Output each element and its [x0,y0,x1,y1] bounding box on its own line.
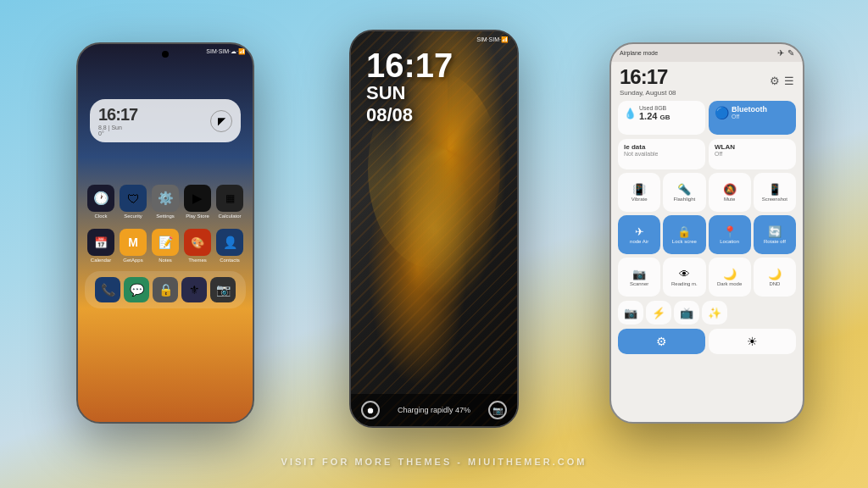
bottom-extra-row: 📷 ⚡ 📺 ✨ [611,299,803,326]
ctrl-tiles-row2: le data Not available WLAN Off [611,137,803,171]
watermark: VISIT FOR MORE THEMES - MIUITHEMER.COM [281,457,587,467]
phone-right: Airplane mode ✈ ✎ 16:17 Sunday, August 0… [609,42,804,424]
app-notes[interactable]: 📝 Notes [152,229,179,263]
dock-app[interactable]: ⚜ [181,277,207,302]
clock-temp: 0° [98,130,137,136]
app-themes[interactable]: 🎨 Themes [184,229,211,263]
bluetooth-tile[interactable]: 🔵 Bluetooth Off [709,101,796,135]
menu-icon[interactable]: ☰ [784,75,794,87]
mid-status-bar: SIM·SIM·📶 [351,31,517,48]
extra-btn2[interactable]: ⚡ [646,301,671,324]
right-date: Sunday, August 08 [620,89,676,97]
mid-clock: 16:17 SUN 08/08 [366,48,453,127]
camera-btn[interactable]: 📷 [488,401,507,419]
dock: 📞 💬 🔒 ⚜ 📷 [85,271,246,308]
app-calendar[interactable]: 📅 Calendar [87,229,114,263]
right-time-row: 16:17 Sunday, August 08 ⚙ ☰ [611,62,803,98]
clock-time: 16:17 [98,105,137,125]
compass-icon: ◤ [210,110,232,132]
right-status-icons: ✈ ✎ [777,48,794,58]
active-row: ✈ node Air 🔒 Lock scree 📍 Location 🔄 Rot… [611,214,803,256]
extra-btn3[interactable]: 📺 [674,301,699,324]
charging-text: Charging rapidly 47% [398,406,470,414]
app-clock[interactable]: 🕐 Clock [87,185,114,219]
app-playstore[interactable]: ▶ Play Store [184,185,211,219]
lockscreen-btn[interactable]: 🔒 Lock scree [663,215,705,254]
dock-camera[interactable]: 📷 [210,277,236,302]
mute-btn[interactable]: 🔕 Mute [709,173,751,212]
clock-date: 8.8 | Sun [98,125,137,130]
location-btn[interactable]: 📍 Location [709,215,751,254]
mid-time: 16:17 [366,48,453,82]
app-security[interactable]: 🛡 Security [120,185,147,219]
dnd-btn[interactable]: 🌙 DND [754,258,796,297]
punch-hole [162,51,169,58]
mid-date: 08/08 [366,104,453,126]
phone-mid: SIM·SIM·📶 16:17 SUN 08/08 ⏺ Charging rap… [349,30,519,428]
right-status-bar: Airplane mode ✈ ✎ [611,44,803,62]
brightness-btn[interactable]: ☀ [709,329,796,354]
row3-btns: 📷 Scanner 👁 Reading m. 🌙 Dark mode 🌙 DND [611,256,803,298]
ctrl-tiles-row1: 💧 Used 8GB 1.24 GB 🔵 Bluetooth Off [611,98,803,137]
airplane-btn[interactable]: ✈ node Air [618,215,660,254]
clock-widget: 16:17 8.8 | Sun 0° ◤ [90,99,241,142]
extra-btn4[interactable]: ✨ [702,301,727,324]
scanner-btn[interactable]: 📷 Scanner [618,258,660,297]
airplane-label: Airplane mode [620,50,658,56]
darkmode-btn[interactable]: 🌙 Dark mode [709,258,751,297]
app-contacts[interactable]: 👤 Contacts [216,229,243,263]
app-calc[interactable]: ▦ Calculator [216,185,243,219]
left-signal: SIM·SIM·☁·📶 [206,48,246,55]
apps-row2: 📅 Calendar M GetApps 📝 Notes 🎨 Themes 👤 … [78,229,253,263]
apps-row1: 🕐 Clock 🛡 Security ⚙️ Settings ▶ Play St… [78,185,253,219]
right-icons: ⚙ ☰ [770,75,794,87]
reading-btn[interactable]: 👁 Reading m. [663,258,705,297]
small-btns-row: 📳 Vibrate 🔦 Flashlight 🔕 Mute 📱 Screensh… [611,171,803,214]
settings-big-btn[interactable]: ⚙ [618,329,705,354]
dock-lock[interactable]: 🔒 [153,277,178,302]
mid-day: SUN [366,82,453,104]
screenshot-btn[interactable]: 📱 Screenshot [754,173,796,212]
record-btn[interactable]: ⏺ [361,401,380,419]
app-getapps[interactable]: M GetApps [120,229,147,263]
vibrate-btn[interactable]: 📳 Vibrate [618,173,660,212]
flashlight-btn[interactable]: 🔦 Flashlight [663,173,705,212]
wlan-tile[interactable]: WLAN Off [709,139,796,169]
app-settings[interactable]: ⚙️ Settings [152,185,179,219]
extra-btn1[interactable]: 📷 [618,301,643,324]
mid-bottom-bar: ⏺ Charging rapidly 47% 📷 [351,394,517,426]
phone-left: SIM·SIM·☁·📶 16:17 8.8 | Sun 0° ◤ 🕐 Clock… [76,42,254,424]
mobile-data-tile[interactable]: le data Not available [618,139,705,169]
final-row: ⚙ ☀ [611,326,803,357]
settings-icon[interactable]: ⚙ [770,75,780,87]
data-tile[interactable]: 💧 Used 8GB 1.24 GB [618,101,705,135]
dock-phone[interactable]: 📞 [95,277,120,302]
rotate-btn[interactable]: 🔄 Rotate off [754,215,796,254]
airplane-icon: ✈ [777,48,784,58]
edit-icon: ✎ [787,48,794,58]
dock-messages[interactable]: 💬 [124,277,149,302]
right-time: 16:17 [620,65,676,89]
